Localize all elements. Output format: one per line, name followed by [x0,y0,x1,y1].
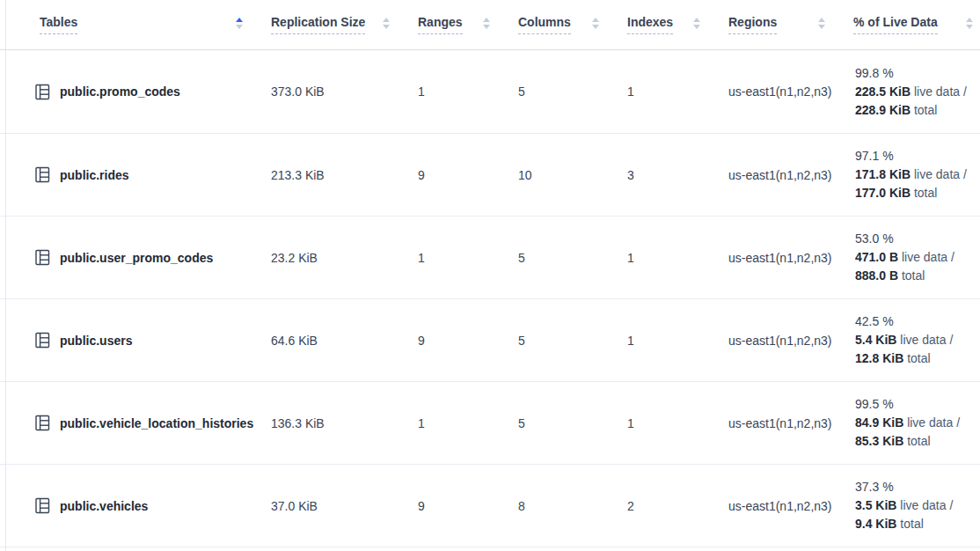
live-data-line: 171.8 KiB live data / [855,165,980,184]
indexes-value: 1 [620,84,721,99]
live-data-cell: 53.0 % 471.0 B live data / 888.0 B total [846,230,980,285]
live-data-line: 84.9 KiB live data / [855,414,980,432]
ranges-value: 1 [411,251,511,265]
indexes-value: 1 [620,334,721,348]
column-header-ranges[interactable]: Ranges [411,15,511,34]
ranges-value: 9 [411,499,511,513]
total-data-line: 888.0 B total [855,267,980,285]
table-row: public.user_promo_codes 23.2 KiB 1 5 1 u… [0,216,980,298]
table-icon [35,166,50,183]
table-row: public.promo_codes 373.0 KiB 1 5 1 us-ea… [0,50,980,133]
replication-size-value: 23.2 KiB [264,251,411,265]
column-header-indexes[interactable]: Indexes [620,15,721,34]
ranges-value: 9 [411,168,511,182]
table-row: public.vehicle_location_histories 136.3 … [0,381,980,464]
column-label: Indexes [627,15,673,34]
column-header-columns[interactable]: Columns [511,15,620,34]
indexes-value: 1 [620,416,721,430]
live-percent: 99.5 % [855,395,980,414]
column-header-tables[interactable]: Tables [21,15,264,34]
columns-value: 5 [511,251,620,265]
live-data-cell: 42.5 % 5.4 KiB live data / 12.8 KiB tota… [846,312,980,368]
table-name-link[interactable]: public.vehicle_location_histories [60,416,253,430]
columns-value: 5 [511,416,620,430]
columns-value: 10 [511,168,620,182]
ranges-value: 1 [411,84,511,99]
regions-value: us-east1(n1,n2,n3) [721,84,846,99]
live-percent: 53.0 % [855,230,980,248]
indexes-value: 2 [620,499,721,513]
live-data-line: 3.5 KiB live data / [855,496,980,515]
column-label: Columns [518,15,571,34]
table-icon [35,84,50,100]
column-label: Ranges [418,15,463,34]
sort-icon [592,18,599,29]
sort-icon [693,18,700,29]
live-data-cell: 99.8 % 228.5 KiB live data / 228.9 KiB t… [846,64,980,120]
table-name-link[interactable]: public.vehicles [60,499,148,513]
live-data-cell: 97.1 % 171.8 KiB live data / 177.0 KiB t… [846,147,980,202]
sort-icon [483,18,490,29]
live-data-line: 5.4 KiB live data / [855,331,980,349]
regions-value: us-east1(n1,n2,n3) [721,251,846,265]
column-header-live-data[interactable]: % of Live Data [846,15,980,34]
table-name-link[interactable]: public.promo_codes [60,84,180,99]
regions-value: us-east1(n1,n2,n3) [721,499,846,513]
live-data-cell: 99.5 % 84.9 KiB live data / 85.3 KiB tot… [846,395,980,451]
table-name-link[interactable]: public.user_promo_codes [60,251,213,265]
replication-size-value: 136.3 KiB [264,416,411,430]
columns-value: 5 [511,334,620,348]
column-header-regions[interactable]: Regions [721,15,846,34]
live-data-line: 228.5 KiB live data / [855,83,980,101]
table-header-row: Tables Replication Size Ranges Columns I… [0,0,980,50]
tables-list: Tables Replication Size Ranges Columns I… [0,0,980,547]
ranges-value: 9 [411,334,511,348]
column-label: % of Live Data [853,15,938,34]
replication-size-value: 213.3 KiB [264,168,411,182]
column-label: Replication Size [271,15,365,34]
columns-value: 5 [511,84,620,99]
table-icon [35,415,50,431]
sort-icon [818,18,825,29]
table-row: public.rides 213.3 KiB 9 10 3 us-east1(n… [0,133,980,216]
total-data-line: 12.8 KiB total [855,349,980,368]
replication-size-value: 373.0 KiB [264,84,411,99]
live-percent: 97.1 % [855,147,980,165]
ranges-value: 1 [411,416,511,430]
sort-icon [966,18,973,29]
table-name-link[interactable]: public.rides [60,168,129,182]
indexes-value: 1 [620,251,721,265]
table-icon [35,497,50,514]
column-header-replication-size[interactable]: Replication Size [264,15,411,34]
regions-value: us-east1(n1,n2,n3) [721,168,846,182]
column-label: Regions [728,15,777,34]
live-percent: 42.5 % [855,312,980,331]
total-data-line: 85.3 KiB total [855,432,980,451]
live-data-cell: 37.3 % 3.5 KiB live data / 9.4 KiB total [846,478,980,533]
replication-size-value: 64.6 KiB [264,334,411,348]
table-body: public.promo_codes 373.0 KiB 1 5 1 us-ea… [0,50,980,547]
indexes-value: 3 [620,168,721,182]
sort-ascending-icon [236,18,243,29]
live-data-line: 471.0 B live data / [855,248,980,267]
table-row: public.users 64.6 KiB 9 5 1 us-east1(n1,… [0,298,980,381]
regions-value: us-east1(n1,n2,n3) [721,416,846,430]
table-name-link[interactable]: public.users [60,334,132,348]
sort-icon [383,18,390,29]
table-row: public.vehicles 37.0 KiB 9 8 2 us-east1(… [0,464,980,547]
table-icon [35,249,50,266]
replication-size-value: 37.0 KiB [264,499,411,513]
column-label: Tables [40,15,77,34]
total-data-line: 9.4 KiB total [855,515,980,533]
columns-value: 8 [511,499,620,513]
total-data-line: 177.0 KiB total [855,184,980,202]
live-percent: 99.8 % [855,64,980,83]
regions-value: us-east1(n1,n2,n3) [721,334,846,348]
total-data-line: 228.9 KiB total [855,101,980,120]
table-icon [35,332,50,349]
live-percent: 37.3 % [855,478,980,496]
